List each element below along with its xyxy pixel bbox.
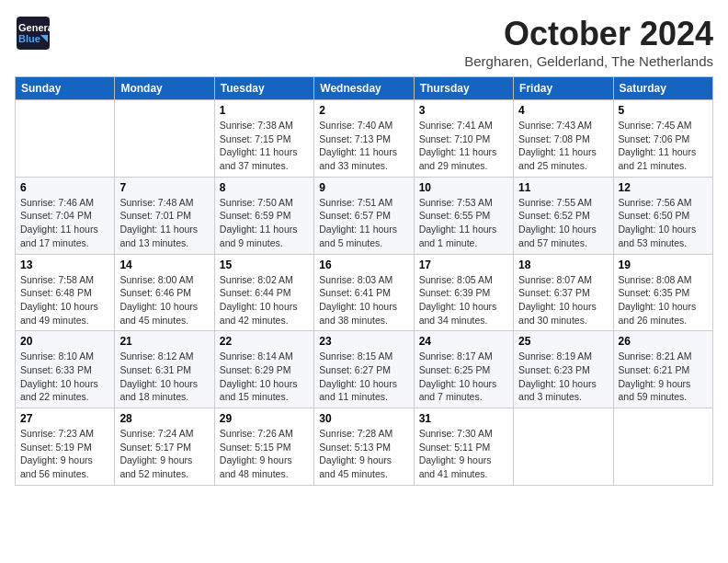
weekday-header-sunday: Sunday — [16, 77, 115, 100]
weekday-header-tuesday: Tuesday — [214, 77, 313, 100]
day-number: 22 — [220, 335, 309, 348]
calendar-day-14: 14Sunrise: 8:00 AMSunset: 6:46 PMDayligh… — [115, 254, 214, 331]
day-number: 8 — [220, 181, 309, 194]
calendar-day-29: 29Sunrise: 7:26 AMSunset: 5:15 PMDayligh… — [214, 408, 313, 486]
day-info: Sunrise: 7:24 AMSunset: 5:17 PMDaylight:… — [119, 427, 209, 481]
day-info: Sunrise: 7:30 AMSunset: 5:11 PMDaylight:… — [419, 427, 508, 481]
day-number: 1 — [220, 104, 309, 117]
calendar-week-row: 1Sunrise: 7:38 AMSunset: 7:15 PMDaylight… — [16, 100, 713, 178]
day-info: Sunrise: 7:43 AMSunset: 7:08 PMDaylight:… — [518, 119, 608, 173]
calendar-week-row: 20Sunrise: 8:10 AMSunset: 6:33 PMDayligh… — [16, 331, 713, 408]
day-info: Sunrise: 8:17 AMSunset: 6:25 PMDaylight:… — [419, 350, 508, 404]
calendar-empty-cell — [16, 100, 115, 178]
weekday-header-row: SundayMondayTuesdayWednesdayThursdayFrid… — [16, 77, 713, 100]
day-number: 20 — [20, 335, 109, 348]
weekday-header-saturday: Saturday — [613, 77, 712, 100]
day-info: Sunrise: 7:50 AMSunset: 6:59 PMDaylight:… — [220, 196, 309, 250]
day-number: 27 — [20, 412, 109, 425]
calendar-day-18: 18Sunrise: 8:07 AMSunset: 6:37 PMDayligh… — [514, 254, 613, 331]
calendar-week-row: 13Sunrise: 7:58 AMSunset: 6:48 PMDayligh… — [16, 254, 713, 331]
day-info: Sunrise: 8:15 AMSunset: 6:27 PMDaylight:… — [319, 350, 408, 404]
day-info: Sunrise: 7:45 AMSunset: 7:06 PMDaylight:… — [619, 119, 708, 173]
day-info: Sunrise: 7:38 AMSunset: 7:15 PMDaylight:… — [220, 119, 309, 173]
page-header: General Blue October 2024 Bergharen, Gel… — [15, 15, 713, 69]
day-info: Sunrise: 7:46 AMSunset: 7:04 PMDaylight:… — [20, 196, 109, 250]
weekday-header-monday: Monday — [115, 77, 214, 100]
day-number: 14 — [119, 259, 209, 271]
day-info: Sunrise: 7:51 AMSunset: 6:57 PMDaylight:… — [319, 196, 408, 250]
calendar-day-26: 26Sunrise: 8:21 AMSunset: 6:21 PMDayligh… — [613, 331, 712, 408]
calendar-title: October 2024 — [464, 15, 713, 53]
calendar-day-12: 12Sunrise: 7:56 AMSunset: 6:50 PMDayligh… — [613, 177, 712, 254]
day-number: 17 — [419, 259, 508, 271]
day-info: Sunrise: 8:02 AMSunset: 6:44 PMDaylight:… — [220, 273, 309, 327]
day-info: Sunrise: 8:10 AMSunset: 6:33 PMDaylight:… — [20, 350, 109, 404]
day-number: 29 — [220, 412, 309, 425]
day-info: Sunrise: 7:41 AMSunset: 7:10 PMDaylight:… — [419, 119, 508, 173]
day-number: 3 — [419, 104, 508, 117]
day-info: Sunrise: 7:56 AMSunset: 6:50 PMDaylight:… — [619, 196, 708, 250]
calendar-day-2: 2Sunrise: 7:40 AMSunset: 7:13 PMDaylight… — [314, 100, 414, 178]
day-number: 6 — [20, 181, 109, 194]
day-number: 31 — [419, 412, 508, 425]
day-info: Sunrise: 7:40 AMSunset: 7:13 PMDaylight:… — [319, 119, 408, 173]
svg-text:General: General — [18, 22, 51, 33]
calendar-day-30: 30Sunrise: 7:28 AMSunset: 5:13 PMDayligh… — [314, 408, 414, 486]
calendar-day-10: 10Sunrise: 7:53 AMSunset: 6:55 PMDayligh… — [414, 177, 513, 254]
title-block: October 2024 Bergharen, Gelderland, The … — [464, 15, 713, 69]
calendar-day-3: 3Sunrise: 7:41 AMSunset: 7:10 PMDaylight… — [414, 100, 513, 178]
day-info: Sunrise: 8:21 AMSunset: 6:21 PMDaylight:… — [619, 350, 708, 404]
day-info: Sunrise: 7:55 AMSunset: 6:52 PMDaylight:… — [518, 196, 608, 250]
day-number: 23 — [319, 335, 408, 348]
day-number: 21 — [119, 335, 209, 348]
day-number: 18 — [518, 259, 608, 271]
calendar-week-row: 6Sunrise: 7:46 AMSunset: 7:04 PMDaylight… — [16, 177, 713, 254]
calendar-day-21: 21Sunrise: 8:12 AMSunset: 6:31 PMDayligh… — [115, 331, 214, 408]
day-info: Sunrise: 7:26 AMSunset: 5:15 PMDaylight:… — [220, 427, 309, 481]
calendar-table: SundayMondayTuesdayWednesdayThursdayFrid… — [15, 76, 713, 486]
calendar-day-20: 20Sunrise: 8:10 AMSunset: 6:33 PMDayligh… — [16, 331, 115, 408]
day-info: Sunrise: 7:28 AMSunset: 5:13 PMDaylight:… — [319, 427, 408, 481]
calendar-day-17: 17Sunrise: 8:05 AMSunset: 6:39 PMDayligh… — [414, 254, 513, 331]
calendar-week-row: 27Sunrise: 7:23 AMSunset: 5:19 PMDayligh… — [16, 408, 713, 486]
day-info: Sunrise: 8:05 AMSunset: 6:39 PMDaylight:… — [419, 273, 508, 327]
calendar-empty-cell — [514, 408, 613, 486]
calendar-day-16: 16Sunrise: 8:03 AMSunset: 6:41 PMDayligh… — [314, 254, 414, 331]
day-number: 15 — [220, 259, 309, 271]
day-number: 11 — [518, 181, 608, 194]
calendar-day-5: 5Sunrise: 7:45 AMSunset: 7:06 PMDaylight… — [613, 100, 712, 178]
calendar-day-11: 11Sunrise: 7:55 AMSunset: 6:52 PMDayligh… — [514, 177, 613, 254]
calendar-subtitle: Bergharen, Gelderland, The Netherlands — [464, 53, 713, 69]
calendar-day-25: 25Sunrise: 8:19 AMSunset: 6:23 PMDayligh… — [514, 331, 613, 408]
logo: General Blue — [15, 15, 51, 52]
calendar-day-8: 8Sunrise: 7:50 AMSunset: 6:59 PMDaylight… — [214, 177, 313, 254]
day-number: 12 — [619, 181, 708, 194]
day-info: Sunrise: 8:12 AMSunset: 6:31 PMDaylight:… — [119, 350, 209, 404]
day-number: 26 — [619, 335, 708, 348]
day-number: 9 — [319, 181, 408, 194]
day-number: 10 — [419, 181, 508, 194]
day-number: 7 — [119, 181, 209, 194]
calendar-day-7: 7Sunrise: 7:48 AMSunset: 7:01 PMDaylight… — [115, 177, 214, 254]
day-number: 28 — [119, 412, 209, 425]
calendar-day-4: 4Sunrise: 7:43 AMSunset: 7:08 PMDaylight… — [514, 100, 613, 178]
day-info: Sunrise: 7:58 AMSunset: 6:48 PMDaylight:… — [20, 273, 109, 327]
day-info: Sunrise: 8:08 AMSunset: 6:35 PMDaylight:… — [619, 273, 708, 327]
day-number: 13 — [20, 259, 109, 271]
day-info: Sunrise: 8:00 AMSunset: 6:46 PMDaylight:… — [119, 273, 209, 327]
day-info: Sunrise: 8:19 AMSunset: 6:23 PMDaylight:… — [518, 350, 608, 404]
calendar-day-6: 6Sunrise: 7:46 AMSunset: 7:04 PMDaylight… — [16, 177, 115, 254]
calendar-day-1: 1Sunrise: 7:38 AMSunset: 7:15 PMDaylight… — [214, 100, 313, 178]
day-number: 5 — [619, 104, 708, 117]
day-number: 4 — [518, 104, 608, 117]
day-number: 24 — [419, 335, 508, 348]
day-info: Sunrise: 7:48 AMSunset: 7:01 PMDaylight:… — [119, 196, 209, 250]
svg-text:Blue: Blue — [18, 33, 40, 44]
day-info: Sunrise: 7:53 AMSunset: 6:55 PMDaylight:… — [419, 196, 508, 250]
calendar-day-31: 31Sunrise: 7:30 AMSunset: 5:11 PMDayligh… — [414, 408, 513, 486]
calendar-day-13: 13Sunrise: 7:58 AMSunset: 6:48 PMDayligh… — [16, 254, 115, 331]
day-info: Sunrise: 8:14 AMSunset: 6:29 PMDaylight:… — [220, 350, 309, 404]
day-number: 25 — [518, 335, 608, 348]
day-info: Sunrise: 8:03 AMSunset: 6:41 PMDaylight:… — [319, 273, 408, 327]
calendar-day-27: 27Sunrise: 7:23 AMSunset: 5:19 PMDayligh… — [16, 408, 115, 486]
